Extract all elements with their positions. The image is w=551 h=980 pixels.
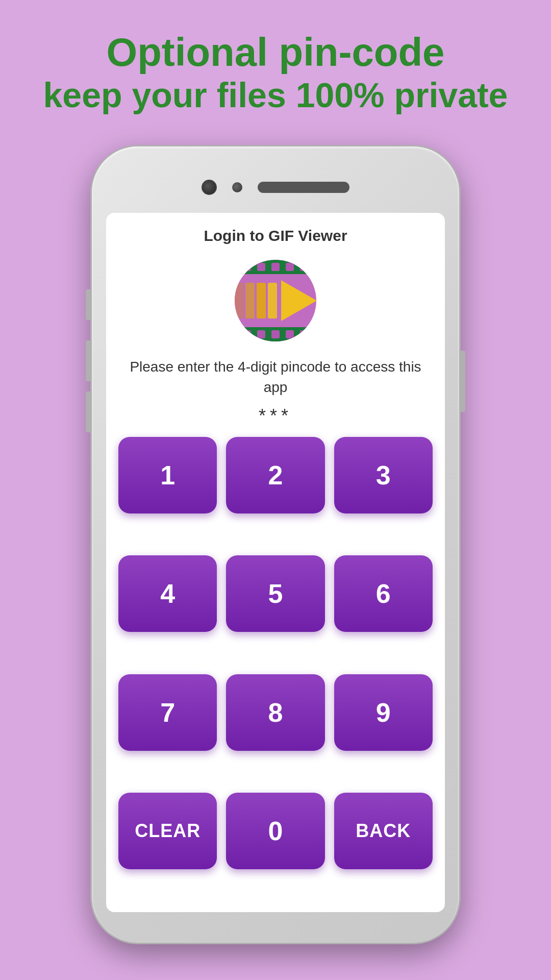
play-icon (281, 280, 316, 321)
keypad: 1 2 3 4 5 6 7 8 9 CLEAR 0 BACK (106, 437, 445, 913)
header-subtitle: keep your files 100% private (43, 75, 508, 116)
film-hole (286, 330, 294, 338)
film-strip-bottom (235, 327, 316, 341)
key-0[interactable]: 0 (226, 793, 324, 869)
side-button-volume-silent (86, 289, 92, 320)
side-button-volume-down (86, 391, 92, 432)
film-hole (271, 330, 280, 338)
app-icon (235, 260, 316, 341)
film-strip-top (235, 260, 316, 274)
film-hole (257, 263, 265, 271)
key-6[interactable]: 6 (334, 555, 433, 632)
key-2[interactable]: 2 (226, 437, 324, 513)
key-8[interactable]: 8 (226, 674, 324, 751)
film-hole (257, 330, 265, 338)
play-area (235, 280, 316, 321)
key-back[interactable]: BACK (334, 793, 433, 869)
front-camera (202, 180, 217, 195)
film-bar-2 (245, 283, 255, 318)
phone-shell: Login to GIF Viewer (92, 146, 459, 943)
screen-title: Login to GIF Viewer (204, 227, 347, 244)
side-button-power (459, 351, 465, 412)
header-title: Optional pin-code (43, 31, 508, 75)
key-7[interactable]: 7 (118, 674, 217, 751)
header-section: Optional pin-code keep your files 100% p… (23, 31, 529, 116)
key-5[interactable]: 5 (226, 555, 324, 632)
film-bar-4 (268, 283, 277, 318)
key-4[interactable]: 4 (118, 555, 217, 632)
side-button-volume-up (86, 340, 92, 381)
film-bars (235, 283, 277, 318)
film-hole (300, 263, 308, 271)
key-9[interactable]: 9 (334, 674, 433, 751)
film-hole (286, 263, 294, 271)
film-hole (243, 263, 251, 271)
pincode-display: *** (259, 405, 292, 427)
front-sensor (232, 182, 242, 192)
key-clear[interactable]: CLEAR (118, 793, 217, 869)
film-hole (271, 263, 280, 271)
phone-mockup: Login to GIF Viewer (92, 146, 459, 953)
key-3[interactable]: 3 (334, 437, 433, 513)
film-hole (300, 330, 308, 338)
phone-top-bar (92, 146, 459, 228)
film-hole (243, 330, 251, 338)
phone-screen: Login to GIF Viewer (106, 213, 445, 912)
film-bar-1 (235, 283, 243, 318)
film-bar-3 (257, 283, 266, 318)
speaker-grille (258, 182, 349, 193)
pincode-instruction: Please enter the 4-digit pincode to acce… (106, 357, 445, 397)
key-1[interactable]: 1 (118, 437, 217, 513)
